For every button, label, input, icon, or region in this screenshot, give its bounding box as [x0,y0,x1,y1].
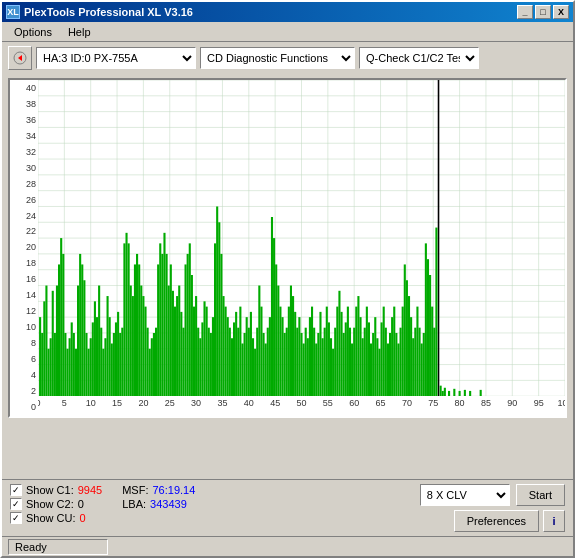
x-label-30: 30 [191,398,201,408]
preferences-button[interactable]: Preferences [454,510,539,532]
c2-value: 0 [78,498,84,510]
start-button[interactable]: Start [516,484,565,506]
x-label-20: 20 [138,398,148,408]
x-label-40: 40 [244,398,254,408]
x-label-45: 45 [270,398,280,408]
msf-stat-row: MSF: 76:19.14 [122,484,195,496]
chart-inner: 0 5 10 15 20 25 30 35 40 45 50 55 60 65 … [38,80,565,416]
title-bar-left: XL PlexTools Professional XL V3.16 [6,5,193,19]
y-label-6: 6 [12,355,36,364]
c2-stat-row: ✓ Show C2: 0 [10,498,102,510]
cu-value: 0 [80,512,86,524]
c1-stat-row: ✓ Show C1: 9945 [10,484,102,496]
prefs-info-row: Preferences i [454,510,565,532]
status-panel: Ready [8,539,108,555]
x-label-10: 10 [86,398,96,408]
y-label-12: 12 [12,307,36,316]
y-label-26: 26 [12,196,36,205]
x-label-90: 90 [507,398,517,408]
y-label-10: 10 [12,323,36,332]
y-label-2: 2 [12,387,36,396]
y-label-8: 8 [12,339,36,348]
speed-select[interactable]: 8 X CLV [420,484,510,506]
controls-panel: 8 X CLV Start Preferences i [420,484,565,532]
toolbar: HA:3 ID:0 PX-755A CD Diagnostic Function… [2,42,573,74]
y-label-30: 30 [12,164,36,173]
device-select[interactable]: HA:3 ID:0 PX-755A [36,47,196,69]
main-window: XL PlexTools Professional XL V3.16 _ □ X… [0,0,575,558]
info-button[interactable]: i [543,510,565,532]
lba-stat-row: LBA: 343439 [122,498,195,510]
show-c2-checkbox[interactable]: ✓ [10,498,22,510]
y-label-32: 32 [12,148,36,157]
y-label-20: 20 [12,243,36,252]
show-cu-checkbox[interactable]: ✓ [10,512,22,524]
c2-label: Show C2: [26,498,74,510]
y-label-24: 24 [12,212,36,221]
y-label-40: 40 [12,84,36,93]
x-label-25: 25 [165,398,175,408]
x-label-100: 100 [557,398,565,408]
x-label-80: 80 [455,398,465,408]
x-label-60: 60 [349,398,359,408]
bottom-panel: ✓ Show C1: 9945 ✓ Show C2: 0 ✓ Show CU: … [2,479,573,536]
y-label-34: 34 [12,132,36,141]
status-text: Ready [15,541,47,553]
x-label-95: 95 [534,398,544,408]
stats-left: ✓ Show C1: 9945 ✓ Show C2: 0 ✓ Show CU: … [10,484,102,524]
title-bar-buttons: _ □ X [517,5,569,19]
menu-bar: Options Help [2,22,573,42]
x-label-65: 65 [376,398,386,408]
y-label-16: 16 [12,275,36,284]
cu-label: Show CU: [26,512,76,524]
status-bar: Ready [2,536,573,556]
show-c1-checkbox[interactable]: ✓ [10,484,22,496]
x-label-0: 0 [38,398,41,408]
title-bar: XL PlexTools Professional XL V3.16 _ □ X [2,2,573,22]
c1-value: 9945 [78,484,102,496]
y-label-18: 18 [12,259,36,268]
menu-help[interactable]: Help [60,24,99,40]
chart-container: 40 38 36 34 32 30 28 26 24 22 20 18 16 1… [8,78,567,418]
y-label-14: 14 [12,291,36,300]
app-icon: XL [6,5,20,19]
stats-mid: MSF: 76:19.14 LBA: 343439 [122,484,195,510]
c1-label: Show C1: [26,484,74,496]
x-label-85: 85 [481,398,491,408]
function-select[interactable]: CD Diagnostic Functions [200,47,355,69]
y-label-36: 36 [12,116,36,125]
window-title: PlexTools Professional XL V3.16 [24,6,193,18]
speed-start-row: 8 X CLV Start [420,484,565,506]
y-label-0: 0 [12,403,36,412]
chart-area: 40 38 36 34 32 30 28 26 24 22 20 18 16 1… [2,74,573,479]
close-button[interactable]: X [553,5,569,19]
menu-options[interactable]: Options [6,24,60,40]
x-label-35: 35 [217,398,227,408]
x-label-70: 70 [402,398,412,408]
chart-svg [38,80,565,396]
y-axis: 40 38 36 34 32 30 28 26 24 22 20 18 16 1… [10,80,38,416]
lba-label: LBA: [122,498,146,510]
maximize-button[interactable]: □ [535,5,551,19]
minimize-button[interactable]: _ [517,5,533,19]
x-label-55: 55 [323,398,333,408]
x-label-15: 15 [112,398,122,408]
x-label-75: 75 [428,398,438,408]
y-label-28: 28 [12,180,36,189]
x-label-5: 5 [62,398,67,408]
toolbar-back-button[interactable] [8,46,32,70]
y-label-22: 22 [12,227,36,236]
msf-value: 76:19.14 [152,484,195,496]
lba-value: 343439 [150,498,187,510]
msf-label: MSF: [122,484,148,496]
x-axis: 0 5 10 15 20 25 30 35 40 45 50 55 60 65 … [38,398,565,416]
x-label-50: 50 [296,398,306,408]
y-label-4: 4 [12,371,36,380]
test-select[interactable]: Q-Check C1/C2 Test [359,47,479,69]
cu-stat-row: ✓ Show CU: 0 [10,512,102,524]
y-label-38: 38 [12,100,36,109]
all-stats: ✓ Show C1: 9945 ✓ Show C2: 0 ✓ Show CU: … [10,484,565,532]
